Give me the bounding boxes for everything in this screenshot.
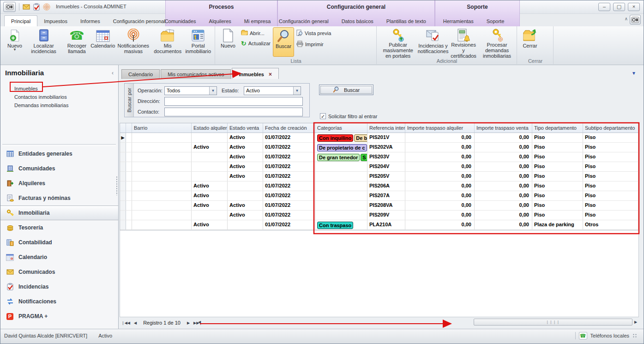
portal-inmobiliario-button[interactable]: Portal inmobiliario — [182, 27, 214, 57]
table-row[interactable]: Activo01/07/2022PIS206A0,000,00PisoPiso — [120, 181, 638, 191]
sidebar-module-calendario[interactable]: Calendario — [0, 250, 118, 265]
sidebar-module-contabilidad[interactable]: Contabilidad — [0, 235, 118, 250]
nuevo-button[interactable]: Nuevo — [217, 27, 239, 57]
cell-importe_traspaso_venta: 0,00 — [475, 191, 532, 200]
nuevo-button[interactable]: Nuevo▼ — [4, 27, 25, 57]
publicar-masivamente-en-portales-button[interactable]: Publicar masivamente en portales — [379, 27, 417, 57]
column-header-subtipo_departamento[interactable]: Subtipo departamento — [583, 123, 638, 133]
procesar-demandas-inmobiliarias-button[interactable]: Procesar demandas inmobiliarias — [478, 27, 516, 57]
sidebar-module-tesorer-a[interactable]: Tesorería — [0, 220, 118, 235]
document-tab-inmuebles[interactable]: Inmuebles× — [232, 68, 278, 79]
sidebar-module-incidencias[interactable]: Incidencias — [0, 279, 118, 294]
localizar-incidencias-button[interactable]: Localizar incidencias — [26, 27, 61, 57]
restore-button[interactable]: ▢ — [613, 3, 625, 11]
ribbon-tab-configuraci-n-general[interactable]: Configuración general — [272, 16, 335, 26]
column-header-referencia[interactable]: Referencia interna — [367, 123, 405, 133]
column-header-tipo_departamento[interactable]: Tipo departamento — [532, 123, 583, 133]
table-row[interactable]: Activo01/07/2022PIS205V0,000,00PisoPiso — [120, 172, 638, 181]
contacto-input[interactable] — [164, 108, 303, 116]
telefonos-locales-label[interactable]: Teléfonos locales — [590, 333, 629, 338]
mis-documentos-button[interactable]: Mis documentos — [153, 27, 182, 57]
close-button[interactable]: × — [628, 3, 640, 11]
actualizar-button[interactable]: ↻Actualizar — [239, 40, 272, 47]
ribbon-tab-impuestos[interactable]: Impuestos — [37, 16, 74, 26]
minimize-button[interactable]: – — [598, 3, 610, 11]
calendario-button[interactable]: Calendario — [92, 27, 114, 57]
tab-list-dropdown-icon[interactable]: ▼ — [632, 71, 636, 76]
chevron-down-icon[interactable]: ▼ — [209, 87, 217, 95]
column-header-categorias[interactable]: Categorías — [315, 123, 367, 133]
operacion-select[interactable]: Todos ▼ — [164, 86, 217, 95]
sidebar-item-contactos-inmobiliarios[interactable]: Contactos inmobiliarios — [14, 93, 67, 101]
app-icon[interactable] — [630, 15, 641, 24]
radio-icon[interactable] — [43, 3, 50, 11]
abrir--button[interactable]: Abrir... — [239, 29, 272, 37]
buscar-button[interactable]: Buscar — [273, 27, 294, 57]
ribbon-tab-soporte[interactable]: Soporte — [480, 16, 511, 26]
mail-icon[interactable] — [23, 4, 30, 10]
column-header-importe_traspaso_alquiler[interactable]: Importe traspaso alquiler — [405, 123, 475, 133]
table-row[interactable]: Activo01/07/2022De gran tenedorSPIS203V0… — [120, 152, 638, 162]
ribbon-tab-herramientas[interactable]: Herramientas — [437, 16, 480, 26]
sidebar-module-inmobiliaria[interactable]: Inmobiliaria — [0, 205, 118, 220]
document-tab-calendario[interactable]: Calendario — [121, 69, 160, 79]
ribbon-tab-informes[interactable]: Informes — [74, 16, 107, 26]
sidebar-item-inmuebles[interactable]: Inmuebles — [14, 84, 38, 93]
table-row[interactable]: ▶Activo01/07/2022Con inquilinoDe baPIS20… — [120, 133, 638, 143]
scroll-left-icon[interactable]: ◀ — [196, 320, 203, 324]
chevron-down-icon[interactable]: ▼ — [293, 87, 301, 95]
resize-grip[interactable] — [632, 333, 637, 338]
sidebar-module-comunidades[interactable]: Comunidades — [0, 161, 118, 176]
prev-record-button[interactable]: ◀ — [132, 320, 138, 326]
ribbon-tab-datos-b-sicos[interactable]: Datos básicos — [335, 16, 380, 26]
cerrar-button[interactable]: Cerrar — [519, 27, 541, 57]
sidebar-module-facturas-y-n-minas[interactable]: Facturas y nóminas — [0, 191, 118, 205]
table-row[interactable]: ActivoActivo01/07/2022De propietario de … — [120, 143, 638, 152]
column-header-importe_traspaso_venta[interactable]: Importe traspaso venta — [475, 123, 532, 133]
ribbon-tab-mi-empresa[interactable]: Mi empresa — [238, 16, 277, 26]
table-row[interactable]: ActivoActivo01/07/2022PIS208VA0,000,00Pi… — [120, 201, 638, 211]
notificaciones-masivas-button[interactable]: Notificaciones masivas — [114, 27, 153, 57]
horizontal-scrollbar[interactable]: ◀ ❘❘❘❘ ▶ — [196, 318, 639, 326]
recoger-llamada-button[interactable]: ☎Recoger llamada — [62, 27, 92, 57]
ribbon-tab-alquileres[interactable]: Alquileres — [203, 16, 238, 26]
ribbon-tab-principal[interactable]: Principal — [4, 15, 37, 26]
sidebar-module-comunicados[interactable]: Comunicados — [0, 265, 118, 279]
ribbon-tab-plantillas-de-texto[interactable]: Plantillas de texto — [380, 16, 433, 26]
sidebar-module-notificaciones[interactable]: Notificaciones — [0, 294, 118, 309]
chevron-left-icon[interactable]: ‹ — [112, 70, 114, 76]
sidebar-module-alquileres[interactable]: Alquileres — [0, 176, 118, 191]
first-record-button[interactable]: ❘◀◀ — [120, 320, 132, 326]
table-row[interactable]: Activo01/07/2022PIS207A0,000,00PisoPiso — [120, 191, 638, 201]
phone-icon: ☎ — [69, 28, 84, 43]
sidebar-module-entidades-generales[interactable]: Entidades generales — [0, 146, 118, 161]
column-header-estado_alquiler[interactable]: Estado alquiler — [192, 123, 228, 133]
document-tab-mis-comunicados-activos[interactable]: Mis comunicados activos — [161, 69, 231, 79]
estado-select[interactable]: Activo ▼ — [244, 86, 301, 95]
table-row[interactable]: Activo01/07/2022Con traspasoPLA210A0,000… — [120, 220, 638, 230]
clipboard-check-icon[interactable] — [33, 3, 40, 11]
scrollbar-track[interactable]: ❘❘❘❘ — [203, 319, 632, 326]
imprimir-button[interactable]: Imprimir — [295, 40, 333, 48]
app-icon[interactable] — [3, 2, 16, 12]
scrollbar-thumb[interactable]: ❘❘❘❘ — [474, 319, 632, 326]
next-record-button[interactable]: ▶ — [185, 320, 192, 326]
direccion-input[interactable] — [164, 97, 303, 106]
scroll-right-icon[interactable]: ▶ — [632, 320, 639, 324]
column-header-barrio[interactable]: Barrio — [132, 123, 192, 133]
buscar-button[interactable]: Buscar — [319, 84, 373, 95]
sidebar-item-demandas-inmobiliarias[interactable]: Demandas inmobiliarias — [14, 101, 68, 109]
table-row[interactable]: Activo01/07/2022PIS204V0,000,00PisoPiso — [120, 162, 638, 172]
ribbon-tab-comunidades[interactable]: Comunidades — [158, 16, 203, 26]
vista-previa-button[interactable]: Vista previa — [295, 29, 333, 37]
incidencias-y-notificaciones-button[interactable]: Incidencias y notificaciones — [417, 27, 449, 57]
table-row[interactable]: Activo01/07/2022PIS209V0,000,00PisoPiso — [120, 211, 638, 220]
sidebar-resize-grip[interactable] — [116, 176, 118, 195]
column-header-estado_venta[interactable]: Estado venta — [228, 123, 263, 133]
column-header-fecha_creacion[interactable]: Fecha de creación — [263, 123, 315, 133]
solicitar-filtro-checkbox[interactable]: ✓ — [320, 113, 326, 119]
close-tab-icon[interactable]: × — [269, 71, 272, 78]
chevron-up-icon[interactable]: ∧ — [625, 16, 628, 21]
sidebar-module-pragma-[interactable]: PPRAGMA + — [0, 309, 118, 324]
revisiones-y-certificados-button[interactable]: Revisiones y certificados — [449, 27, 478, 57]
